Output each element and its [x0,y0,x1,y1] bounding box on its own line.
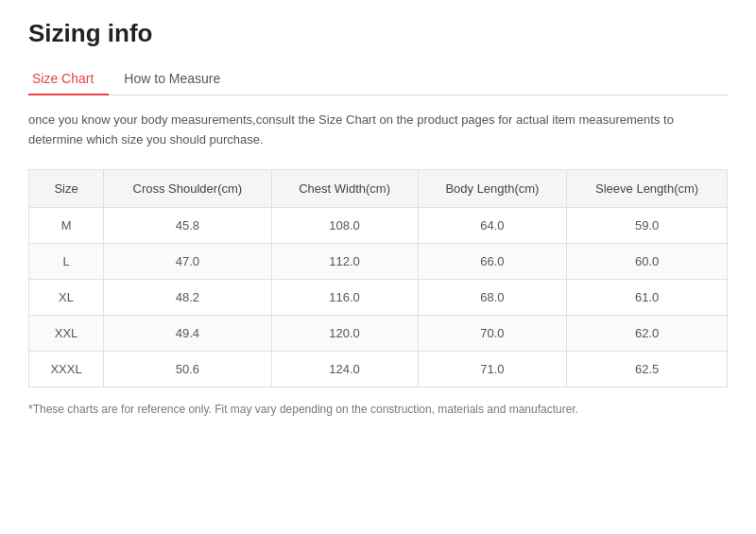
table-cell-3-1: 49.4 [104,315,271,351]
tab-bar: Size Chart How to Measure [28,63,728,95]
table-row: M45.8108.064.059.0 [29,207,728,243]
table-cell-2-2: 116.0 [271,279,418,315]
table-cell-1-4: 60.0 [567,243,728,279]
table-row: L47.0112.066.060.0 [29,243,728,279]
col-header-body-length: Body Length(cm) [418,169,567,207]
tab-how-to-measure[interactable]: How to Measure [124,63,235,95]
disclaimer-text: *These charts are for reference only. Fi… [28,403,728,416]
table-cell-4-4: 62.5 [567,351,728,387]
table-cell-2-0: XL [29,279,104,315]
table-cell-4-2: 124.0 [271,351,418,387]
col-header-size: Size [29,169,104,207]
table-cell-3-3: 70.0 [418,315,567,351]
table-cell-0-3: 64.0 [418,207,567,243]
table-cell-1-1: 47.0 [104,243,271,279]
table-cell-0-1: 45.8 [104,207,271,243]
description-text: once you know your body measurements,con… [28,111,709,150]
table-cell-3-2: 120.0 [271,315,418,351]
table-cell-4-3: 71.0 [418,351,567,387]
table-row: XXL49.4120.070.062.0 [29,315,728,351]
table-cell-3-0: XXL [29,315,104,351]
table-cell-2-3: 68.0 [418,279,567,315]
col-header-chest-width: Chest Width(cm) [271,169,418,207]
table-cell-3-4: 62.0 [567,315,728,351]
table-cell-4-0: XXXL [29,351,104,387]
table-row: XXXL50.6124.071.062.5 [29,351,728,387]
size-table: Size Cross Shoulder(cm) Chest Width(cm) … [28,169,728,388]
page-title: Sizing info [28,19,728,48]
table-header-row: Size Cross Shoulder(cm) Chest Width(cm) … [29,169,728,207]
table-cell-2-4: 61.0 [567,279,728,315]
table-cell-0-2: 108.0 [271,207,418,243]
table-cell-0-0: M [29,207,104,243]
table-cell-0-4: 59.0 [567,207,728,243]
table-cell-4-1: 50.6 [104,351,271,387]
col-header-sleeve-length: Sleeve Length(cm) [567,169,728,207]
table-cell-1-0: L [29,243,104,279]
table-cell-1-3: 66.0 [418,243,567,279]
table-row: XL48.2116.068.061.0 [29,279,728,315]
table-cell-1-2: 112.0 [271,243,418,279]
col-header-cross-shoulder: Cross Shoulder(cm) [104,169,271,207]
table-cell-2-1: 48.2 [104,279,271,315]
tab-size-chart[interactable]: Size Chart [28,63,109,95]
